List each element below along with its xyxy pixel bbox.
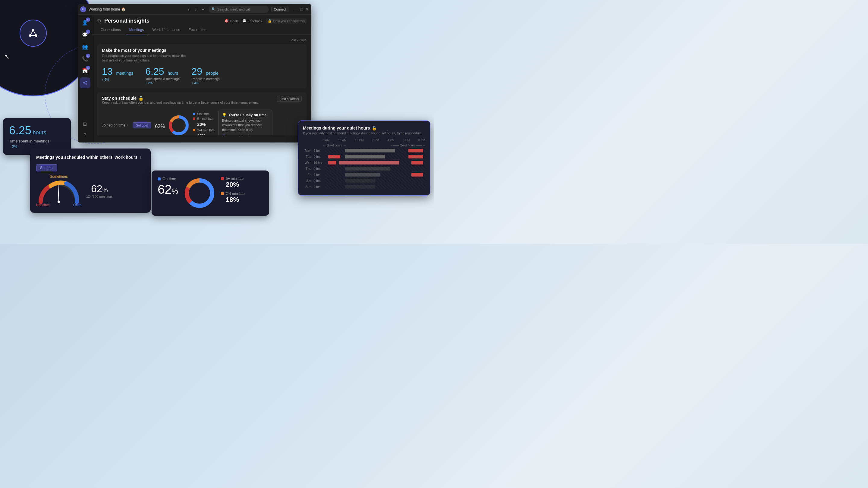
tab-meetings[interactable]: Meetings <box>126 26 148 34</box>
window-title: Working from home 🏠 <box>89 7 183 11</box>
private-label: Only you can see this <box>273 19 305 23</box>
gauge-pct: 62% <box>86 183 113 195</box>
ontime-legend: 5+ min late 20% 2-4 min late 18% <box>221 176 245 210</box>
ontime-pct: 62% <box>158 182 178 197</box>
hrs-thu: 0 hrs <box>314 167 323 170</box>
connect-button[interactable]: Connect <box>271 7 289 12</box>
close-btn[interactable]: ✕ <box>305 7 309 12</box>
hours-stat: 6.25 hours Time spent in meetings ↑ 2% <box>145 66 179 85</box>
late-5plus-legend-label: 5+ min late <box>197 117 213 121</box>
ontime-label-row: On time <box>158 176 178 181</box>
goals-label: Goals <box>230 19 239 23</box>
meetings-unit: meetings <box>116 71 133 76</box>
quiet-hours-card: Meetings during your quiet hours 🔒 If yo… <box>298 121 430 195</box>
gear-icon: ⚙ <box>97 18 101 24</box>
nav-controls: ‹ › + <box>186 6 206 12</box>
sidebar-item-calendar[interactable]: 📅 1 <box>80 65 90 76</box>
late-2to4-float-label: 2-4 min late <box>226 192 245 196</box>
people-trend: ↑ 4% <box>192 82 220 85</box>
float-hours-value: 6.25 <box>9 124 31 137</box>
svg-line-18 <box>58 185 59 202</box>
sidebar-item-help[interactable]: ? <box>80 129 90 140</box>
sidebar-item-insights[interactable] <box>80 77 90 88</box>
svg-point-6 <box>83 82 84 84</box>
day-row-sat: Sat 0 hrs <box>303 178 425 183</box>
sidebar-item-apps[interactable]: ⊞ <box>80 119 90 129</box>
day-row-tue: Tue 2 hrs <box>303 154 425 159</box>
late-2to4-float-pct: 18% <box>226 196 245 204</box>
time-labels: 8 AM 10 AM 12 PM 2 PM 4 PM 6 PM 8 PM <box>323 138 425 142</box>
tab-work-life[interactable]: Work-life balance <box>149 26 184 34</box>
late-2to4-legend: 2-4 min late <box>193 128 214 132</box>
day-row-mon: Mon 2 hrs <box>303 148 425 153</box>
sidebar-item-teams[interactable]: 👥 <box>80 41 90 52</box>
quiet-timeline: 8 AM 10 AM 12 PM 2 PM 4 PM 6 PM 8 PM <box>323 138 425 142</box>
schedule-lock-icon: 🔒 <box>138 96 144 101</box>
show-trends-link[interactable]: Show recent trends <box>222 134 269 135</box>
late-2to4-legend-label: 2-4 min late <box>197 128 214 132</box>
float-set-goal-btn[interactable]: Set goal <box>36 164 57 171</box>
day-mon: Mon <box>303 149 311 153</box>
insight-tooltip: 💡 You're usually on time Being punctual … <box>218 110 273 135</box>
cursor-icon: ↖ <box>4 53 9 61</box>
day-sat: Sat <box>303 179 311 183</box>
scroll-content[interactable]: Last 7 days Make the most of your meetin… <box>92 35 311 135</box>
joined-set-goal-btn[interactable]: Set goal <box>133 122 151 128</box>
tab-focus[interactable]: Focus time <box>185 26 210 34</box>
hrs-sun: 0 hrs <box>314 185 323 189</box>
float-meetings-card: Meetings you scheduled within others' wo… <box>30 149 151 213</box>
meetings-trend: ↑ 6% <box>102 78 133 82</box>
late-2to4-row: 2-4 min late <box>221 192 245 196</box>
tab-connections[interactable]: Connections <box>97 26 124 34</box>
hrs-mon: 2 hrs <box>314 149 323 153</box>
search-icon: 🔍 <box>212 7 216 11</box>
day-sun: Sun <box>303 185 311 189</box>
header-actions: 🎯 Goals 💬 Feedback 🔒 Only you can see th… <box>224 19 307 24</box>
hours-unit: hours <box>167 71 178 76</box>
on-time-legend: On time <box>193 112 214 116</box>
joined-donut-chart <box>168 115 189 135</box>
feedback-label: Feedback <box>248 19 262 23</box>
late-2to4-section: 2-4 min late 18% <box>221 192 245 204</box>
ontime-donut <box>183 176 216 210</box>
sidebar-item-activity[interactable]: 👤 4 <box>80 17 90 28</box>
stats-numbers: 13 meetings ↑ 6% 6.25 hours <box>102 66 302 85</box>
float-hours-unit: hours <box>33 130 46 135</box>
svg-line-3 <box>30 30 33 36</box>
new-window-btn[interactable]: + <box>200 6 206 12</box>
tabs-bar: Connections Meetings Work-life balance F… <box>92 26 311 35</box>
time-6pm: 6 PM <box>403 138 410 142</box>
gauge-svg <box>36 179 82 205</box>
float-stat-trend: ↑ 2% <box>9 144 65 149</box>
bar-fri <box>325 172 425 177</box>
hours-label: Time spent in meetings <box>145 77 179 81</box>
feedback-action[interactable]: 💬 Feedback <box>242 19 262 23</box>
sometimes-label: Sometimes <box>36 174 82 178</box>
ontime-dot <box>158 177 161 181</box>
float-meetings-header: Meetings you scheduled within others' wo… <box>36 155 145 160</box>
bar-mon <box>325 148 425 153</box>
circle-center-icon <box>20 20 47 47</box>
teams-icon: 👥 <box>82 44 88 50</box>
goals-action[interactable]: 🎯 Goals <box>224 19 239 23</box>
search-bar[interactable]: 🔍 Search, meet, and call <box>209 6 269 13</box>
period-dropdown[interactable]: Last 4 weeks <box>277 96 302 102</box>
bulb-icon: 💡 <box>222 113 227 117</box>
gauge-not-often: Not often <box>36 203 50 207</box>
people-label: People in meetings <box>192 77 220 81</box>
minimize-btn[interactable]: — <box>294 7 298 12</box>
insight-desc: Being punctual shows your coworkers that… <box>222 119 269 132</box>
sidebar-item-calls[interactable]: 📞 1 <box>80 53 90 64</box>
forward-btn[interactable]: › <box>193 6 199 12</box>
maximize-btn[interactable]: □ <box>301 7 303 12</box>
float-meetings-info: ℹ <box>140 156 141 159</box>
sidebar-item-chat[interactable]: 💬 1 <box>80 29 90 40</box>
float-stat-value: 6.25 hours <box>9 124 65 137</box>
date-badge: Last 7 days <box>97 38 307 42</box>
feedback-icon: 💬 <box>242 19 247 23</box>
quiet-lock-icon: 🔒 <box>372 126 377 130</box>
back-btn[interactable]: ‹ <box>186 6 192 12</box>
day-row-sun: Sun 0 hrs <box>303 184 425 189</box>
quiet-right-arrow: ←—— Quiet hours ——→ <box>390 144 425 147</box>
calls-badge: 1 <box>86 54 90 58</box>
